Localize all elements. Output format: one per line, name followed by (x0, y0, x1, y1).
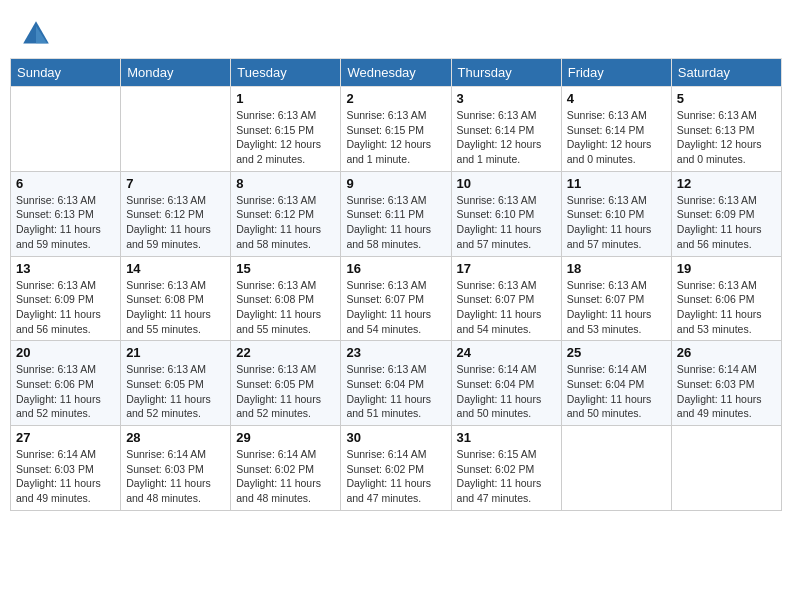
day-number: 2 (346, 91, 445, 106)
day-info: Sunrise: 6:13 AM Sunset: 6:09 PM Dayligh… (677, 193, 776, 252)
day-info: Sunrise: 6:13 AM Sunset: 6:13 PM Dayligh… (677, 108, 776, 167)
day-info: Sunrise: 6:13 AM Sunset: 6:07 PM Dayligh… (346, 278, 445, 337)
day-info: Sunrise: 6:13 AM Sunset: 6:11 PM Dayligh… (346, 193, 445, 252)
calendar-cell: 18Sunrise: 6:13 AM Sunset: 6:07 PM Dayli… (561, 256, 671, 341)
day-info: Sunrise: 6:13 AM Sunset: 6:13 PM Dayligh… (16, 193, 115, 252)
day-number: 19 (677, 261, 776, 276)
calendar-cell (11, 87, 121, 172)
weekday-header-sunday: Sunday (11, 59, 121, 87)
calendar-cell: 28Sunrise: 6:14 AM Sunset: 6:03 PM Dayli… (121, 426, 231, 511)
weekday-header-wednesday: Wednesday (341, 59, 451, 87)
calendar-cell: 17Sunrise: 6:13 AM Sunset: 6:07 PM Dayli… (451, 256, 561, 341)
day-number: 6 (16, 176, 115, 191)
day-info: Sunrise: 6:13 AM Sunset: 6:10 PM Dayligh… (457, 193, 556, 252)
weekday-header-thursday: Thursday (451, 59, 561, 87)
day-info: Sunrise: 6:14 AM Sunset: 6:02 PM Dayligh… (236, 447, 335, 506)
calendar-table: SundayMondayTuesdayWednesdayThursdayFrid… (10, 58, 782, 511)
day-number: 1 (236, 91, 335, 106)
calendar-cell: 2Sunrise: 6:13 AM Sunset: 6:15 PM Daylig… (341, 87, 451, 172)
weekday-header-friday: Friday (561, 59, 671, 87)
calendar-cell: 31Sunrise: 6:15 AM Sunset: 6:02 PM Dayli… (451, 426, 561, 511)
calendar-cell: 19Sunrise: 6:13 AM Sunset: 6:06 PM Dayli… (671, 256, 781, 341)
calendar-cell: 4Sunrise: 6:13 AM Sunset: 6:14 PM Daylig… (561, 87, 671, 172)
day-number: 18 (567, 261, 666, 276)
day-info: Sunrise: 6:13 AM Sunset: 6:15 PM Dayligh… (236, 108, 335, 167)
day-info: Sunrise: 6:14 AM Sunset: 6:03 PM Dayligh… (677, 362, 776, 421)
calendar-cell: 29Sunrise: 6:14 AM Sunset: 6:02 PM Dayli… (231, 426, 341, 511)
calendar-cell: 14Sunrise: 6:13 AM Sunset: 6:08 PM Dayli… (121, 256, 231, 341)
day-number: 10 (457, 176, 556, 191)
day-number: 20 (16, 345, 115, 360)
calendar-cell: 21Sunrise: 6:13 AM Sunset: 6:05 PM Dayli… (121, 341, 231, 426)
day-info: Sunrise: 6:13 AM Sunset: 6:08 PM Dayligh… (126, 278, 225, 337)
calendar-week-row: 6Sunrise: 6:13 AM Sunset: 6:13 PM Daylig… (11, 171, 782, 256)
day-number: 4 (567, 91, 666, 106)
day-info: Sunrise: 6:15 AM Sunset: 6:02 PM Dayligh… (457, 447, 556, 506)
day-number: 7 (126, 176, 225, 191)
day-info: Sunrise: 6:13 AM Sunset: 6:12 PM Dayligh… (126, 193, 225, 252)
day-info: Sunrise: 6:13 AM Sunset: 6:09 PM Dayligh… (16, 278, 115, 337)
calendar-cell (561, 426, 671, 511)
day-number: 31 (457, 430, 556, 445)
calendar-cell: 7Sunrise: 6:13 AM Sunset: 6:12 PM Daylig… (121, 171, 231, 256)
calendar-cell: 23Sunrise: 6:13 AM Sunset: 6:04 PM Dayli… (341, 341, 451, 426)
day-number: 30 (346, 430, 445, 445)
day-info: Sunrise: 6:13 AM Sunset: 6:06 PM Dayligh… (16, 362, 115, 421)
day-info: Sunrise: 6:13 AM Sunset: 6:14 PM Dayligh… (457, 108, 556, 167)
weekday-header-row: SundayMondayTuesdayWednesdayThursdayFrid… (11, 59, 782, 87)
calendar-cell: 12Sunrise: 6:13 AM Sunset: 6:09 PM Dayli… (671, 171, 781, 256)
calendar-cell (671, 426, 781, 511)
logo (20, 18, 54, 50)
day-info: Sunrise: 6:13 AM Sunset: 6:08 PM Dayligh… (236, 278, 335, 337)
page-header (10, 10, 782, 50)
day-number: 12 (677, 176, 776, 191)
calendar-cell: 11Sunrise: 6:13 AM Sunset: 6:10 PM Dayli… (561, 171, 671, 256)
calendar-cell: 16Sunrise: 6:13 AM Sunset: 6:07 PM Dayli… (341, 256, 451, 341)
calendar-cell: 22Sunrise: 6:13 AM Sunset: 6:05 PM Dayli… (231, 341, 341, 426)
calendar-week-row: 27Sunrise: 6:14 AM Sunset: 6:03 PM Dayli… (11, 426, 782, 511)
weekday-header-saturday: Saturday (671, 59, 781, 87)
calendar-cell: 30Sunrise: 6:14 AM Sunset: 6:02 PM Dayli… (341, 426, 451, 511)
day-number: 3 (457, 91, 556, 106)
day-number: 21 (126, 345, 225, 360)
day-info: Sunrise: 6:14 AM Sunset: 6:04 PM Dayligh… (567, 362, 666, 421)
calendar-week-row: 13Sunrise: 6:13 AM Sunset: 6:09 PM Dayli… (11, 256, 782, 341)
calendar-cell: 5Sunrise: 6:13 AM Sunset: 6:13 PM Daylig… (671, 87, 781, 172)
calendar-cell: 6Sunrise: 6:13 AM Sunset: 6:13 PM Daylig… (11, 171, 121, 256)
day-info: Sunrise: 6:14 AM Sunset: 6:04 PM Dayligh… (457, 362, 556, 421)
day-info: Sunrise: 6:13 AM Sunset: 6:14 PM Dayligh… (567, 108, 666, 167)
day-info: Sunrise: 6:13 AM Sunset: 6:07 PM Dayligh… (457, 278, 556, 337)
calendar-cell: 25Sunrise: 6:14 AM Sunset: 6:04 PM Dayli… (561, 341, 671, 426)
day-number: 27 (16, 430, 115, 445)
calendar-week-row: 1Sunrise: 6:13 AM Sunset: 6:15 PM Daylig… (11, 87, 782, 172)
weekday-header-monday: Monday (121, 59, 231, 87)
day-info: Sunrise: 6:13 AM Sunset: 6:06 PM Dayligh… (677, 278, 776, 337)
calendar-cell (121, 87, 231, 172)
day-info: Sunrise: 6:13 AM Sunset: 6:15 PM Dayligh… (346, 108, 445, 167)
day-info: Sunrise: 6:14 AM Sunset: 6:02 PM Dayligh… (346, 447, 445, 506)
calendar-cell: 24Sunrise: 6:14 AM Sunset: 6:04 PM Dayli… (451, 341, 561, 426)
day-info: Sunrise: 6:13 AM Sunset: 6:05 PM Dayligh… (126, 362, 225, 421)
calendar-cell: 15Sunrise: 6:13 AM Sunset: 6:08 PM Dayli… (231, 256, 341, 341)
day-number: 11 (567, 176, 666, 191)
day-info: Sunrise: 6:14 AM Sunset: 6:03 PM Dayligh… (16, 447, 115, 506)
day-number: 9 (346, 176, 445, 191)
day-info: Sunrise: 6:14 AM Sunset: 6:03 PM Dayligh… (126, 447, 225, 506)
calendar-week-row: 20Sunrise: 6:13 AM Sunset: 6:06 PM Dayli… (11, 341, 782, 426)
day-number: 25 (567, 345, 666, 360)
day-number: 26 (677, 345, 776, 360)
day-info: Sunrise: 6:13 AM Sunset: 6:05 PM Dayligh… (236, 362, 335, 421)
day-number: 29 (236, 430, 335, 445)
day-info: Sunrise: 6:13 AM Sunset: 6:12 PM Dayligh… (236, 193, 335, 252)
calendar-cell: 13Sunrise: 6:13 AM Sunset: 6:09 PM Dayli… (11, 256, 121, 341)
day-number: 14 (126, 261, 225, 276)
day-number: 5 (677, 91, 776, 106)
day-number: 13 (16, 261, 115, 276)
day-number: 16 (346, 261, 445, 276)
day-number: 28 (126, 430, 225, 445)
day-number: 23 (346, 345, 445, 360)
calendar-cell: 1Sunrise: 6:13 AM Sunset: 6:15 PM Daylig… (231, 87, 341, 172)
day-number: 17 (457, 261, 556, 276)
day-info: Sunrise: 6:13 AM Sunset: 6:10 PM Dayligh… (567, 193, 666, 252)
calendar-cell: 9Sunrise: 6:13 AM Sunset: 6:11 PM Daylig… (341, 171, 451, 256)
